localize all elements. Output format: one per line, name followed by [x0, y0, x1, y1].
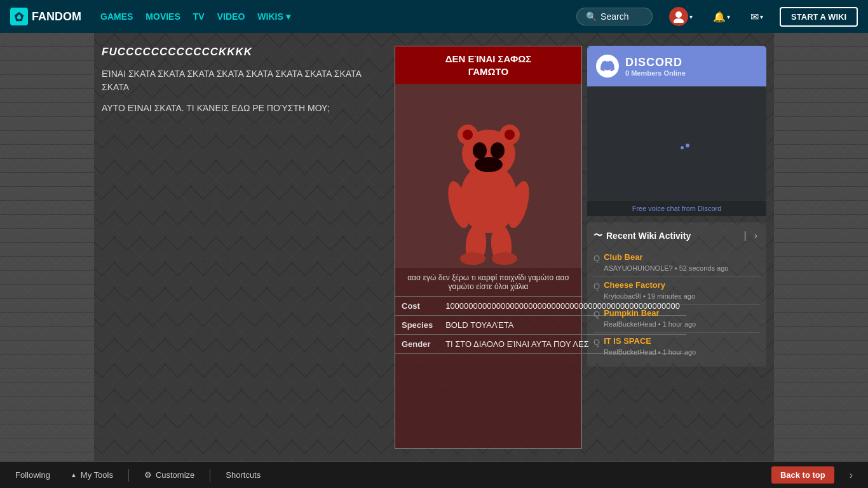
back-to-top-button[interactable]: Back to top: [771, 466, 834, 484]
search-label: Search: [600, 11, 628, 22]
following-label: Following: [15, 470, 50, 480]
search-icon: Q: [593, 309, 600, 319]
discord-info: DISCORD 0 Members Online: [625, 56, 686, 77]
search-bar[interactable]: 🔍 Search: [576, 8, 653, 25]
bottom-bar: Following ▲ My Tools ⚙ Customize Shortcu…: [0, 461, 868, 488]
following-button[interactable]: Following: [10, 468, 55, 482]
activity-item-content: Cheese Factory Krytoubac9I • 19 minutes …: [604, 280, 695, 301]
right-sidebar: DISCORD 0 Members Online Free voice chat…: [582, 46, 766, 449]
activity-navigation: | ›: [742, 229, 760, 243]
svg-point-9: [491, 142, 505, 159]
nav-wikis-label: WIKIS: [257, 11, 283, 22]
svg-point-8: [473, 142, 487, 159]
species-label: Species: [395, 316, 439, 335]
chevron-down-icon: ▾: [727, 13, 730, 20]
start-wiki-button[interactable]: START A WIKI: [780, 7, 858, 27]
info-box-image: [395, 84, 581, 268]
svg-point-16: [492, 252, 517, 265]
search-icon: Q: [593, 254, 600, 263]
search-icon: Q: [593, 281, 600, 291]
svg-point-5: [463, 130, 473, 140]
search-icon: Q: [593, 337, 600, 347]
recent-activity-title: 〜 Recent Wiki Activity: [593, 230, 691, 241]
gender-label: Gender: [395, 335, 439, 354]
activity-link-4[interactable]: IT IS SPACE: [604, 336, 696, 346]
activity-meta-1: ASAYUOHUIONOLE? • 52 seconds ago: [604, 264, 728, 272]
search-icon: 🔍: [586, 11, 597, 22]
activity-item-content: IT IS SPACE RealBucketHead • 1 hour ago: [604, 336, 696, 357]
my-tools-label: My Tools: [81, 470, 113, 480]
nav-tv[interactable]: TV: [193, 11, 205, 22]
my-tools-button[interactable]: ▲ My Tools: [65, 468, 118, 482]
chevron-down-icon: ▾: [689, 13, 693, 20]
info-box: ΔΕΝ ΕΊΝΑΙ ΣΑΦΩΣ ΓΑΜΩΤΟ: [395, 46, 582, 449]
right-outer-panel: [774, 33, 868, 461]
activity-item-2: Q Cheese Factory Krytoubac9I • 19 minute…: [593, 277, 760, 305]
discord-widget[interactable]: DISCORD 0 Members Online Free voice chat…: [587, 46, 766, 216]
svg-point-10: [475, 157, 503, 172]
activity-item-3: Q Pumpkin Bear RealBucketHead • 1 hour a…: [593, 305, 760, 333]
nav-wikis-dropdown[interactable]: WIKIS ▾: [257, 11, 290, 22]
activity-link-2[interactable]: Cheese Factory: [604, 280, 695, 290]
svg-point-7: [505, 130, 515, 140]
article-area: FUCCCCCCCCCCCCKKKK ΕΊΝΑΙ ΣΚΑΤΑ ΣΚΑΤΑ ΣΚΑ…: [102, 46, 384, 449]
activity-item-content: Pumpkin Bear RealBucketHead • 1 hour ago: [604, 308, 696, 329]
activity-wave-icon: 〜: [593, 230, 602, 241]
svg-point-0: [675, 11, 682, 18]
activity-link-1[interactable]: Club Bear: [604, 252, 728, 262]
recent-activity-header: 〜 Recent Wiki Activity | ›: [593, 229, 760, 243]
user-avatar-btn[interactable]: ▾: [665, 4, 696, 29]
main-area: FUCCCCCCCCCCCCKKKK ΕΊΝΑΙ ΣΚΑΤΑ ΣΚΑΤΑ ΣΚΑ…: [0, 33, 868, 461]
customize-button[interactable]: ⚙ Customize: [139, 468, 200, 482]
messages-btn[interactable]: ✉ ▾: [747, 8, 767, 25]
info-box-caption: αασ εγώ δεν ξέρω τι καρφί παιχνίδι γαμώτ…: [395, 268, 581, 297]
discord-preview: [587, 86, 766, 201]
nav-video[interactable]: VIDEO: [217, 11, 245, 22]
article-title: FUCCCCCCCCCCCCKKKK: [102, 46, 374, 58]
content-wrapper: FUCCCCCCCCCCCCKKKK ΕΊΝΑΙ ΣΚΑΤΑ ΣΚΑΤΑ ΣΚΑ…: [94, 33, 774, 461]
notifications-btn[interactable]: 🔔 ▾: [709, 8, 734, 25]
activity-meta-4: RealBucketHead • 1 hour ago: [604, 348, 696, 356]
fandom-logo[interactable]: FANDOM: [10, 8, 81, 25]
discord-name: DISCORD: [625, 56, 686, 69]
shortcuts-button[interactable]: Shortcuts: [220, 468, 266, 482]
activity-link-3[interactable]: Pumpkin Bear: [604, 308, 696, 318]
nav-movies[interactable]: MOVIES: [146, 11, 180, 22]
fandom-logo-text: FANDOM: [32, 10, 81, 24]
info-box-title-line1: ΔΕΝ ΕΊΝΑΙ ΣΑΦΩΣ: [445, 53, 532, 64]
nav-games[interactable]: GAMES: [100, 11, 133, 22]
discord-logo: [596, 55, 619, 78]
svg-point-1: [674, 18, 684, 23]
activity-item-1: Q Club Bear ASAYUOHUIONOLE? • 52 seconds…: [593, 249, 760, 277]
activity-meta-3: RealBucketHead • 1 hour ago: [604, 320, 696, 328]
bell-icon: 🔔: [713, 11, 726, 23]
bear-svg: [438, 87, 539, 265]
gear-icon: ⚙: [144, 470, 152, 480]
activity-next-btn[interactable]: ›: [752, 229, 760, 243]
customize-label: Customize: [156, 470, 194, 480]
top-navigation: FANDOM GAMES MOVIES TV VIDEO WIKIS ▾ 🔍 S…: [0, 0, 868, 33]
chevron-down-icon: ▾: [760, 13, 763, 20]
triangle-icon: ▲: [71, 471, 77, 478]
info-box-title-line2: ΓΑΜΩΤΟ: [468, 66, 508, 77]
discord-members: 0 Members Online: [625, 69, 686, 77]
chevron-down-icon: ▾: [286, 11, 290, 22]
fandom-logo-icon: [10, 8, 28, 25]
activity-item-content: Club Bear ASAYUOHUIONOLE? • 52 seconds a…: [604, 252, 728, 273]
activity-prev-btn[interactable]: |: [742, 229, 749, 243]
cost-label: Cost: [395, 297, 439, 316]
activity-item-4: Q IT IS SPACE RealBucketHead • 1 hour ag…: [593, 333, 760, 360]
activity-meta-2: Krytoubac9I • 19 minutes ago: [604, 292, 695, 300]
recent-activity-widget: 〜 Recent Wiki Activity | › Q Club Bear A…: [587, 222, 766, 367]
article-paragraph-1: ΕΊΝΑΙ ΣΚΑΤΑ ΣΚΑΤΑ ΣΚΑΤΑ ΣΚΑΤΑ ΣΚΑΤΑ ΣΚΑΤ…: [102, 67, 374, 94]
svg-point-15: [460, 252, 485, 265]
discord-footer: Free voice chat from Discord: [587, 201, 766, 216]
left-sidebar: [0, 33, 94, 461]
shortcuts-label: Shortcuts: [226, 470, 261, 480]
bottom-chevron-icon[interactable]: ›: [844, 470, 858, 481]
activity-title-text: Recent Wiki Activity: [606, 231, 691, 241]
article-paragraph-2: ΑΥΤΟ ΕΊΝΑΙ ΣΚΑΤΑ. ΤΙ ΚΆΝΕΙΣ ΕΔΩ ΡΕ ΠΟΎΣΤ…: [102, 102, 374, 115]
mail-icon: ✉: [750, 11, 759, 23]
info-box-title: ΔΕΝ ΕΊΝΑΙ ΣΑΦΩΣ ΓΑΜΩΤΟ: [395, 46, 581, 84]
avatar: [669, 7, 688, 26]
